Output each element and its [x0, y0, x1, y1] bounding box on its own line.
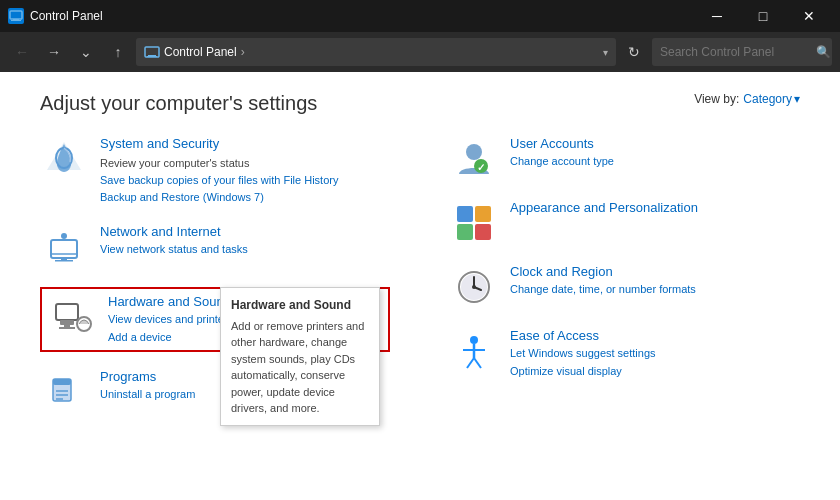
app-icon — [8, 8, 24, 24]
network-text: Network and Internet View network status… — [100, 223, 248, 259]
search-box[interactable]: 🔍 — [652, 38, 832, 66]
close-button[interactable]: ✕ — [786, 0, 832, 32]
address-dropdown[interactable]: ▾ — [603, 47, 608, 58]
hardware-link-1[interactable]: View devices and printers — [108, 311, 233, 329]
category-system: System and Security Review your computer… — [40, 135, 390, 207]
appearance-title[interactable]: Appearance and Personalization — [510, 199, 698, 217]
svg-rect-8 — [51, 240, 77, 258]
maximize-button[interactable]: □ — [740, 0, 786, 32]
category-hardware: Hardware and Sound View devices and prin… — [40, 287, 390, 352]
system-icon — [40, 135, 88, 183]
user-link-1[interactable]: Change account type — [510, 153, 614, 171]
left-column: System and Security Review your computer… — [40, 135, 390, 432]
svg-rect-5 — [147, 56, 157, 57]
category-user: ✓ User Accounts Change account type — [450, 135, 800, 183]
address-bar: ← → ⌄ ↑ Control Panel › ▾ ↻ 🔍 — [0, 32, 840, 72]
system-link-2[interactable]: Backup and Restore (Windows 7) — [100, 189, 338, 207]
programs-text: Programs Uninstall a program — [100, 368, 195, 404]
user-title[interactable]: User Accounts — [510, 135, 614, 153]
svg-point-12 — [61, 233, 67, 239]
main-content: Adjust your computer's settings View by:… — [0, 72, 840, 452]
network-link-1[interactable]: View network status and tasks — [100, 241, 248, 259]
system-link-1[interactable]: Save backup copies of your files with Fi… — [100, 172, 338, 190]
search-icon: 🔍 — [816, 45, 831, 59]
path-part-1: Control Panel — [164, 45, 237, 59]
hardware-link-2[interactable]: Add a device — [108, 329, 233, 347]
forward-button[interactable]: → — [40, 38, 68, 66]
hardware-title[interactable]: Hardware and Sound — [108, 293, 233, 311]
ease-title[interactable]: Ease of Access — [510, 327, 656, 345]
svg-rect-28 — [475, 206, 491, 222]
category-appearance: Appearance and Personalization — [450, 199, 800, 247]
svg-rect-0 — [10, 11, 22, 19]
programs-title[interactable]: Programs — [100, 368, 195, 386]
clock-title[interactable]: Clock and Region — [510, 263, 696, 281]
search-input[interactable] — [660, 45, 810, 59]
recent-button[interactable]: ⌄ — [72, 38, 100, 66]
svg-line-40 — [474, 358, 481, 368]
hardware-text: Hardware and Sound View devices and prin… — [108, 293, 233, 346]
svg-rect-2 — [11, 20, 21, 21]
minimize-button[interactable]: ─ — [694, 0, 740, 32]
ease-text: Ease of Access Let Windows suggest setti… — [510, 327, 656, 380]
svg-line-39 — [467, 358, 474, 368]
hardware-tooltip: Hardware and Sound Add or remove printer… — [220, 287, 380, 426]
system-text: System and Security Review your computer… — [100, 135, 338, 207]
tooltip-text: Add or remove printers and other hardwar… — [231, 318, 369, 417]
window-title: Control Panel — [30, 9, 694, 23]
ease-icon — [450, 327, 498, 375]
appearance-icon — [450, 199, 498, 247]
category-network: Network and Internet View network status… — [40, 223, 390, 271]
path-separator: › — [241, 45, 245, 59]
svg-text:✓: ✓ — [477, 162, 485, 173]
svg-point-24 — [466, 144, 482, 160]
view-by-value[interactable]: Category ▾ — [743, 92, 800, 106]
system-subtitle: Review your computer's status — [100, 155, 338, 172]
svg-rect-27 — [457, 206, 473, 222]
clock-text: Clock and Region Change date, time, or n… — [510, 263, 696, 299]
category-clock: Clock and Region Change date, time, or n… — [450, 263, 800, 311]
appearance-text: Appearance and Personalization — [510, 199, 698, 217]
user-text: User Accounts Change account type — [510, 135, 614, 171]
network-title[interactable]: Network and Internet — [100, 223, 248, 241]
svg-rect-15 — [60, 320, 74, 325]
right-column: ✓ User Accounts Change account type — [450, 135, 800, 432]
svg-point-36 — [470, 336, 478, 344]
refresh-button[interactable]: ↻ — [620, 38, 648, 66]
category-ease: Ease of Access Let Windows suggest setti… — [450, 327, 800, 380]
window-controls: ─ □ ✕ — [694, 0, 832, 32]
svg-rect-11 — [55, 260, 73, 262]
path-icon — [144, 44, 160, 60]
hardware-icon — [48, 293, 96, 341]
page-title: Adjust your computer's settings — [40, 92, 800, 115]
svg-rect-17 — [59, 327, 75, 329]
clock-link-1[interactable]: Change date, time, or number formats — [510, 281, 696, 299]
categories-grid: System and Security Review your computer… — [40, 135, 800, 432]
title-bar: Control Panel ─ □ ✕ — [0, 0, 840, 32]
svg-point-35 — [472, 285, 476, 289]
system-title[interactable]: System and Security — [100, 135, 338, 153]
back-button[interactable]: ← — [8, 38, 36, 66]
programs-link-1[interactable]: Uninstall a program — [100, 386, 195, 404]
ease-link-2[interactable]: Optimize visual display — [510, 363, 656, 381]
network-icon — [40, 223, 88, 271]
view-by-label: View by: — [694, 92, 739, 106]
up-button[interactable]: ↑ — [104, 38, 132, 66]
svg-rect-20 — [53, 379, 71, 385]
svg-rect-30 — [475, 224, 491, 240]
ease-link-1[interactable]: Let Windows suggest settings — [510, 345, 656, 363]
svg-rect-14 — [56, 304, 78, 320]
user-icon: ✓ — [450, 135, 498, 183]
programs-icon — [40, 368, 88, 416]
tooltip-title: Hardware and Sound — [231, 296, 369, 314]
address-path[interactable]: Control Panel › ▾ — [136, 38, 616, 66]
view-by: View by: Category ▾ — [694, 92, 800, 106]
svg-rect-29 — [457, 224, 473, 240]
clock-icon — [450, 263, 498, 311]
